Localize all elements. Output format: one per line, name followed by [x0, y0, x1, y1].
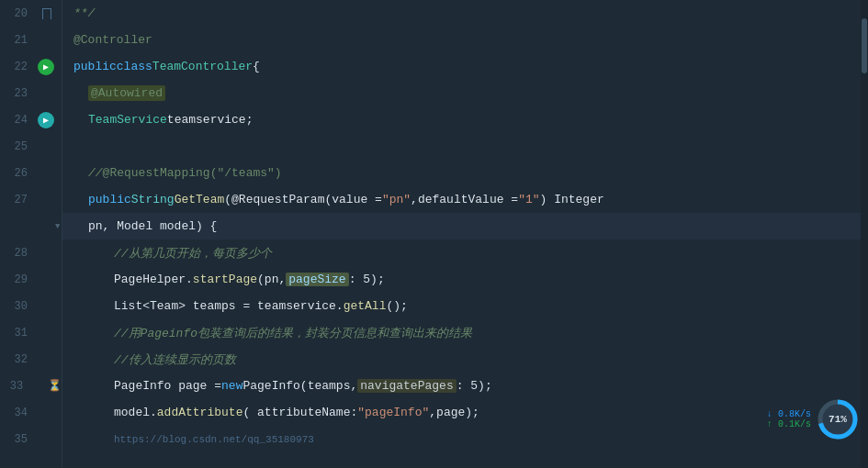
code-line[interactable]: TeamService teamservice;	[62, 106, 868, 133]
run-green-icon[interactable]: ▶	[38, 59, 54, 75]
scrollbar[interactable]	[861, 0, 868, 468]
code-token: PageHelper.	[114, 273, 193, 286]
gutter-row: 30	[0, 293, 62, 319]
code-token: startPage	[193, 273, 257, 286]
fold-arrow[interactable]: ▼	[55, 222, 60, 231]
code-token: @RequestMapping("/teams")	[103, 166, 282, 180]
code-line[interactable]: //@RequestMapping("/teams")	[62, 160, 868, 186]
code-token: ( attributeName:	[242, 406, 357, 419]
line-number: 34	[0, 407, 35, 419]
code-token: //	[88, 166, 103, 180]
gutter-row: 35	[0, 426, 62, 452]
gutter-icon-area	[37, 351, 55, 369]
gutter-row: 27	[0, 186, 62, 213]
code-content[interactable]: **/@Controllerpublic class TeamControlle…	[62, 0, 868, 468]
line-number: 31	[0, 327, 35, 340]
speed-info: ↓ 0.8K/s ↑ 0.1K/s	[767, 409, 811, 429]
line-number: 35	[0, 433, 35, 446]
network-widget: ↓ 0.8K/s ↑ 0.1K/s 71%	[767, 398, 859, 440]
code-token: new	[221, 379, 242, 393]
gutter-row: 21	[0, 27, 62, 53]
gutter-row: 26	[0, 160, 62, 186]
gutter-row: 25	[0, 133, 62, 160]
code-token: pn, Model model) {	[88, 219, 217, 233]
code-token: ,page);	[429, 406, 479, 419]
code-token: addAttribute	[157, 406, 243, 419]
code-token: "1"	[518, 193, 539, 206]
line-number: 22	[0, 61, 35, 73]
bookmark-icon	[42, 8, 51, 19]
code-editor: 202122▶2324▶252627▼282930313233⏳3435 **/…	[0, 0, 868, 468]
code-token: ();	[386, 299, 407, 313]
gutter-row: 33⏳	[0, 373, 62, 399]
line-gutter: 202122▶2324▶252627▼282930313233⏳3435	[0, 0, 62, 468]
code-token: https://blog.csdn.net/qq_35180973	[114, 434, 314, 445]
gutter-icon-area	[37, 84, 55, 103]
gutter-icon-area	[37, 164, 55, 183]
code-token: model.	[114, 406, 157, 419]
gutter-row: 29	[0, 266, 62, 293]
circle-chart: 71%	[817, 398, 859, 440]
code-line[interactable]: //用Pageinfo包装查询后的结果，封装分页信息和查询出来的结果	[62, 319, 868, 346]
code-token: @Controller	[73, 33, 152, 47]
code-token: PageInfo page =	[114, 379, 221, 393]
gutter-icon-area	[37, 271, 55, 289]
speed-up: ↑ 0.1K/s	[767, 419, 811, 429]
code-token: "pn"	[382, 193, 411, 206]
gutter-icon-area	[37, 404, 55, 422]
code-line[interactable]: public String GetTeam(@RequestParam(valu…	[62, 186, 868, 213]
gutter-row: 22▶	[0, 53, 62, 80]
gutter-icon-area	[37, 191, 55, 209]
code-line[interactable]: PageHelper.startPage(pn, pageSize: 5);	[62, 266, 868, 293]
line-number: 26	[0, 167, 35, 180]
line-number: 29	[0, 273, 35, 286]
code-token: TeamService	[88, 113, 167, 127]
code-token: PageInfo(teamps,	[242, 379, 357, 393]
gutter-icon-area	[32, 377, 48, 396]
gutter-icon-area	[37, 138, 55, 156]
code-line[interactable]: @Autowired	[62, 80, 868, 106]
code-token: {	[253, 60, 260, 73]
code-line[interactable]: @Controller	[62, 27, 868, 53]
code-token: ,	[411, 193, 418, 206]
code-token: ) Integer	[540, 193, 604, 206]
line-number: 25	[0, 140, 35, 153]
gutter-row: 24▶	[0, 106, 62, 133]
code-token: : 5);	[349, 273, 385, 286]
percent-label: 71%	[829, 414, 847, 425]
code-token: (@RequestParam	[224, 193, 324, 206]
code-token: //从第几页开始，每页多少个	[114, 245, 272, 262]
code-token: String	[131, 193, 175, 206]
code-token: public	[73, 60, 117, 73]
code-token: teamservice;	[167, 113, 254, 127]
hourglass-icon: ⏳	[48, 379, 62, 393]
scroll-thumb[interactable]	[862, 18, 867, 73]
line-number: 27	[0, 194, 35, 206]
line-number: 21	[0, 34, 35, 47]
run-teal-icon[interactable]: ▶	[38, 112, 54, 128]
code-line[interactable]: **/	[62, 0, 868, 27]
line-number: 33	[0, 380, 30, 393]
code-line[interactable]: https://blog.csdn.net/qq_35180973	[62, 426, 868, 452]
code-token: (value =	[324, 193, 381, 206]
code-token: @Autowired	[88, 85, 165, 101]
code-token: GetTeam	[175, 193, 225, 206]
code-line[interactable]: pn, Model model) {	[62, 213, 868, 240]
gutter-row: 20	[0, 0, 62, 27]
code-token: getAll	[344, 299, 387, 313]
gutter-icon-area	[37, 217, 55, 236]
line-number: 20	[0, 7, 35, 20]
speed-down: ↓ 0.8K/s	[767, 409, 811, 419]
gutter-icon-area: ▶	[37, 58, 55, 76]
gutter-row: 31	[0, 319, 62, 346]
code-line[interactable]: model.addAttribute( attributeName: "page…	[62, 399, 868, 426]
code-line[interactable]: List<Team> teamps = teamservice.getAll()…	[62, 293, 868, 319]
code-line[interactable]: //传入连续显示的页数	[62, 346, 868, 373]
code-line[interactable]: //从第几页开始，每页多少个	[62, 240, 868, 266]
code-line[interactable]: public class TeamController {	[62, 53, 868, 80]
code-line[interactable]: PageInfo page = new PageInfo(teamps, nav…	[62, 373, 868, 399]
code-line[interactable]	[62, 133, 868, 160]
code-token: defaultValue =	[418, 193, 518, 206]
line-number: 24	[0, 114, 35, 127]
gutter-row: 32	[0, 346, 62, 373]
